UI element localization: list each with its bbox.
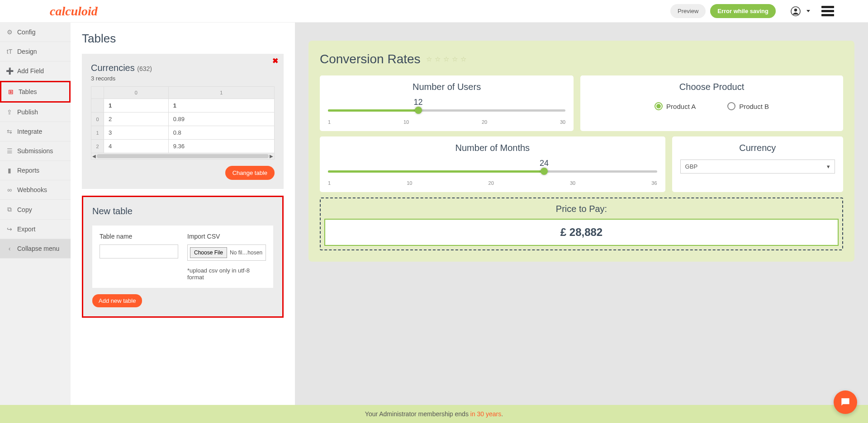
- chat-bubble[interactable]: [834, 390, 857, 414]
- row-idx: 1: [91, 126, 104, 140]
- cell[interactable]: 9.36: [168, 140, 274, 153]
- slider-value: 24: [540, 159, 549, 168]
- calculator-title: Conversion Rates ☆ ☆ ☆ ☆ ☆: [320, 52, 843, 66]
- preview-button[interactable]: Preview: [670, 4, 706, 18]
- chevron-left-icon: ‹: [6, 245, 13, 252]
- cell[interactable]: 2: [104, 113, 169, 126]
- table-name-label: Table name: [100, 233, 178, 240]
- sidebar-item-submissions[interactable]: ☰Submissions: [0, 141, 71, 161]
- cell[interactable]: 3: [104, 126, 169, 140]
- import-csv-label: Import CSV: [187, 233, 266, 240]
- file-input[interactable]: Choose File No fil…hosen: [187, 244, 266, 261]
- sidebar-label: Collapse menu: [17, 245, 59, 252]
- price-value: £ 28,882: [324, 219, 839, 246]
- sidebar-item-design[interactable]: tTDesign: [0, 42, 71, 61]
- currency-card: Currency GBP ▾: [672, 136, 843, 192]
- integrate-icon: ⇆: [6, 128, 13, 135]
- sidebar-label: Webhooks: [17, 186, 47, 193]
- months-title: Number of Months: [328, 143, 657, 153]
- header: calculoid Preview Error while saving: [0, 0, 868, 23]
- file-status: No fil…hosen: [230, 249, 262, 256]
- gear-icon: ⚙: [6, 28, 13, 36]
- sidebar-item-export[interactable]: ↪Export: [0, 220, 71, 239]
- csv-hint: *upload csv only in utf-8 format: [187, 267, 266, 281]
- submissions-icon: ☰: [6, 147, 13, 155]
- product-card: Choose Product Product A Product B: [580, 75, 843, 131]
- records-count: 3 records: [91, 75, 275, 82]
- slider-ticks: 1102030: [328, 119, 565, 125]
- price-card: Price to Pay: £ 28,882: [320, 197, 843, 250]
- sidebar-label: Integrate: [17, 128, 42, 135]
- sidebar-item-config[interactable]: ⚙Config: [0, 23, 71, 42]
- sidebar-label: Add Field: [17, 67, 44, 75]
- footer-banner: Your Administrator membership ends in 30…: [0, 405, 868, 423]
- sidebar-collapse[interactable]: ‹Collapse menu: [0, 239, 71, 258]
- page-title: Tables: [82, 32, 284, 46]
- sidebar-label: Submissions: [17, 147, 53, 155]
- col-header: 0: [104, 87, 169, 99]
- table-id: (632): [137, 65, 152, 72]
- change-table-button[interactable]: Change table: [225, 166, 275, 180]
- months-card: Number of Months 24 110203036: [320, 136, 665, 192]
- table-icon: ⊞: [8, 88, 14, 95]
- price-title: Price to Pay:: [324, 204, 839, 214]
- row-idx: [91, 99, 104, 113]
- currency-select[interactable]: GBP ▾: [680, 160, 835, 174]
- table-grid: 01 11 020.89 130.8 249.36 ◀▶: [91, 86, 275, 160]
- user-icon[interactable]: [789, 5, 802, 18]
- error-saving-button[interactable]: Error while saving: [710, 4, 776, 18]
- radio-product-a[interactable]: Product A: [655, 102, 696, 110]
- row-idx: 0: [91, 113, 104, 126]
- table-panel-currencies: ✖ Currencies (632) 3 records 01 11 020.8…: [82, 54, 284, 189]
- close-icon[interactable]: ✖: [272, 56, 278, 65]
- user-caret-icon[interactable]: [806, 10, 810, 12]
- sidebar-item-webhooks[interactable]: ∞Webhooks: [0, 180, 71, 200]
- chart-icon: ▮: [6, 167, 13, 174]
- h-scrollbar[interactable]: ◀▶: [91, 153, 275, 160]
- add-new-table-button[interactable]: Add new table: [92, 294, 142, 307]
- choose-file-button[interactable]: Choose File: [190, 247, 227, 258]
- radio-product-b[interactable]: Product B: [727, 102, 769, 110]
- hamburger-icon[interactable]: [821, 4, 834, 18]
- design-icon: tT: [6, 48, 13, 55]
- cell[interactable]: 0.89: [168, 113, 274, 126]
- svg-point-1: [794, 9, 797, 11]
- row-idx: 2: [91, 140, 104, 153]
- cell[interactable]: 0.8: [168, 126, 274, 140]
- users-title: Number of Users: [328, 82, 565, 92]
- sidebar-label: Export: [17, 226, 35, 233]
- editor-panel: Tables ✖ Currencies (632) 3 records 01 1…: [71, 23, 295, 423]
- rating-stars[interactable]: ☆ ☆ ☆ ☆ ☆: [426, 55, 467, 63]
- webhook-icon: ∞: [6, 186, 13, 193]
- sidebar-item-copy[interactable]: ⧉Copy: [0, 200, 71, 220]
- sidebar-label: Reports: [17, 167, 39, 174]
- currency-value: GBP: [685, 163, 697, 170]
- currency-title: Currency: [680, 143, 835, 153]
- sidebar-item-reports[interactable]: ▮Reports: [0, 161, 71, 180]
- sidebar-item-add-field[interactable]: ➕Add Field: [0, 61, 71, 81]
- export-icon: ↪: [6, 226, 13, 233]
- calculator: Conversion Rates ☆ ☆ ☆ ☆ ☆ Number of Use…: [308, 41, 854, 262]
- plus-icon: ➕: [6, 67, 13, 75]
- product-title: Choose Product: [588, 82, 835, 92]
- cell[interactable]: 1: [104, 99, 169, 113]
- sidebar-item-tables[interactable]: ⊞Tables: [0, 81, 71, 103]
- sidebar-label: Tables: [19, 88, 37, 95]
- logo[interactable]: calculoid: [50, 4, 98, 19]
- users-slider[interactable]: 12: [328, 99, 565, 117]
- users-card: Number of Users 12 1102030: [320, 75, 574, 131]
- table-name-input[interactable]: [100, 244, 178, 258]
- months-slider[interactable]: 24: [328, 160, 657, 178]
- sidebar-item-publish[interactable]: ⇪Publish: [0, 103, 71, 122]
- new-table-panel: New table Table name Import CSV Choose F…: [82, 196, 284, 318]
- cell[interactable]: 4: [104, 140, 169, 153]
- sidebar-item-integrate[interactable]: ⇆Integrate: [0, 122, 71, 141]
- new-table-title: New table: [92, 206, 273, 216]
- chevron-down-icon: ▾: [827, 163, 830, 170]
- copy-icon: ⧉: [6, 206, 13, 213]
- preview-panel: Conversion Rates ☆ ☆ ☆ ☆ ☆ Number of Use…: [295, 23, 868, 423]
- col-header: 1: [168, 87, 274, 99]
- table-title: Currencies (632): [91, 63, 275, 73]
- slider-ticks: 110203036: [328, 180, 657, 186]
- cell[interactable]: 1: [168, 99, 274, 113]
